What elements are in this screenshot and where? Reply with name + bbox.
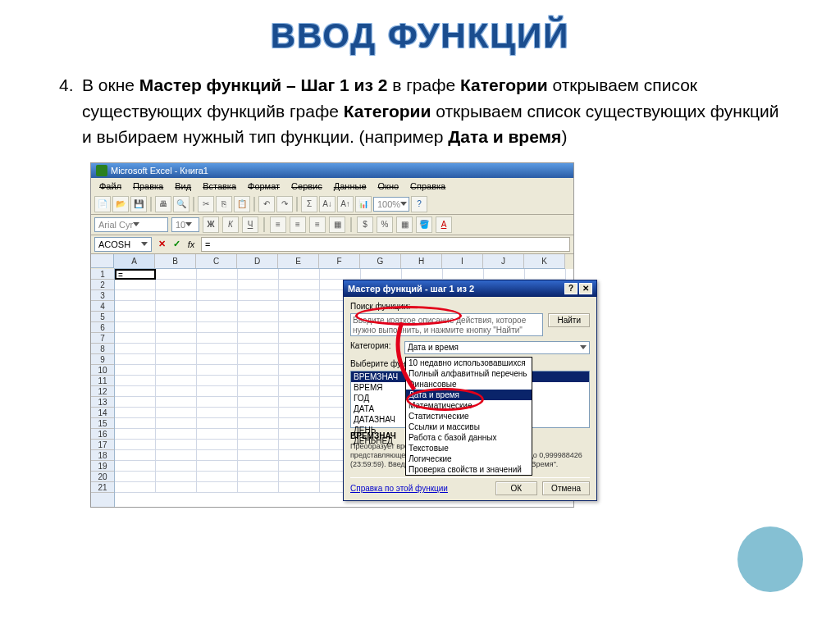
row-header[interactable]: 5 <box>91 312 114 322</box>
underline-icon[interactable]: Ч <box>242 217 258 233</box>
dropdown-item[interactable]: 10 недавно использовавшихся <box>406 358 532 368</box>
borders-icon[interactable]: ▦ <box>396 217 413 233</box>
dropdown-item[interactable]: Текстовые <box>406 443 532 454</box>
row-header[interactable]: 9 <box>91 354 114 365</box>
menu-view[interactable]: Вид <box>170 180 196 193</box>
row-header[interactable]: 13 <box>91 397 114 408</box>
italic-icon[interactable]: К <box>222 217 239 233</box>
row-header[interactable]: 3 <box>91 290 114 301</box>
row-header[interactable]: 16 <box>91 429 114 440</box>
category-dropdown[interactable]: 10 недавно использовавшихся Полный алфав… <box>405 357 532 476</box>
menu-file[interactable]: Файл <box>94 180 126 193</box>
percent-icon[interactable]: % <box>377 217 393 233</box>
col-header[interactable]: B <box>155 254 196 268</box>
find-button[interactable]: Найти <box>548 313 590 327</box>
align-left-icon[interactable]: ≡ <box>270 217 286 233</box>
dropdown-item[interactable]: Работа с базой данных <box>406 432 532 443</box>
col-header[interactable]: I <box>442 254 483 268</box>
font-name-box[interactable]: Arial Cyr <box>94 217 168 232</box>
ok-button[interactable]: ОК <box>495 481 538 495</box>
row-header[interactable]: 15 <box>91 418 114 429</box>
col-header[interactable]: G <box>360 254 401 268</box>
cell-a1[interactable]: = <box>115 269 156 280</box>
row-header[interactable]: 21 <box>91 482 114 493</box>
row-header[interactable]: 1 <box>91 269 114 280</box>
sum-icon[interactable]: Σ <box>301 196 317 212</box>
dropdown-item[interactable]: Математические <box>406 400 532 411</box>
merge-icon[interactable]: ▦ <box>329 217 345 233</box>
dropdown-item[interactable]: Статистические <box>406 411 532 422</box>
col-header[interactable]: J <box>483 254 524 268</box>
menu-help[interactable]: Справка <box>405 180 450 193</box>
dropdown-item[interactable]: Полный алфавитный перечень <box>406 368 532 379</box>
font-size-box[interactable]: 10 <box>171 217 199 232</box>
col-header[interactable]: E <box>278 254 319 268</box>
col-header[interactable]: H <box>401 254 442 268</box>
dropdown-item[interactable]: Логические <box>406 454 532 464</box>
bold-icon[interactable]: Ж <box>203 217 219 233</box>
dropdown-item[interactable]: Финансовые <box>406 379 532 390</box>
sort-desc-icon[interactable]: A↑ <box>337 196 354 212</box>
preview-icon[interactable]: 🔍 <box>173 196 189 212</box>
function-list[interactable]: ВРЕМЗНАЧ ВРЕМЯ ГОД ДАТА ДАТАЗНАЧ ДЕНЬ ДЕ… <box>350 371 590 428</box>
undo-icon[interactable]: ↶ <box>258 196 275 212</box>
dropdown-item[interactable]: Проверка свойств и значений <box>406 464 532 475</box>
fill-color-icon[interactable]: 🪣 <box>416 217 432 233</box>
menu-window[interactable]: Окно <box>373 180 404 193</box>
font-color-icon[interactable]: A <box>436 217 452 233</box>
menu-service[interactable]: Сервис <box>286 180 327 193</box>
select-all-corner[interactable] <box>91 254 114 268</box>
row-header[interactable]: 6 <box>91 322 114 333</box>
name-box[interactable]: ACOSH <box>94 237 152 252</box>
dialog-titlebar[interactable]: Мастер функций - шаг 1 из 2 ? ✕ <box>344 280 596 297</box>
menu-insert[interactable]: Вставка <box>198 180 241 193</box>
menu-data[interactable]: Данные <box>329 180 372 193</box>
search-input[interactable]: Введите краткое описание действия, котор… <box>350 313 543 336</box>
col-header[interactable]: K <box>524 254 565 268</box>
row-header[interactable]: 12 <box>91 386 114 397</box>
row-header[interactable]: 11 <box>91 376 114 386</box>
row-header[interactable]: 2 <box>91 280 114 290</box>
formula-input[interactable]: = <box>201 237 570 252</box>
enter-formula-icon[interactable]: ✓ <box>170 238 183 251</box>
col-header[interactable]: A <box>114 254 155 268</box>
row-header[interactable]: 17 <box>91 440 114 450</box>
paste-icon[interactable]: 📋 <box>234 196 250 212</box>
open-icon[interactable]: 📂 <box>112 196 129 212</box>
row-header[interactable]: 18 <box>91 450 114 461</box>
row-header[interactable]: 10 <box>91 365 114 376</box>
dropdown-item[interactable]: Ссылки и массивы <box>406 422 532 432</box>
cell-grid[interactable]: = document.write(Array.from({length:20},… <box>115 269 573 507</box>
align-center-icon[interactable]: ≡ <box>290 217 306 233</box>
zoom-box[interactable]: 100% <box>373 197 409 212</box>
col-header[interactable]: D <box>237 254 278 268</box>
category-select[interactable]: Дата и время <box>404 341 590 354</box>
help-icon[interactable]: ? <box>411 196 427 212</box>
sort-asc-icon[interactable]: A↓ <box>319 196 336 212</box>
row-header[interactable]: 19 <box>91 461 114 472</box>
row-header[interactable]: 8 <box>91 344 114 354</box>
save-icon[interactable]: 💾 <box>130 196 147 212</box>
menu-format[interactable]: Формат <box>243 180 285 193</box>
new-icon[interactable]: 📄 <box>94 196 111 212</box>
cut-icon[interactable]: ✂ <box>198 196 214 212</box>
help-button-icon[interactable]: ? <box>564 283 578 294</box>
row-header[interactable]: 4 <box>91 301 114 312</box>
cancel-formula-icon[interactable]: ✕ <box>155 238 168 251</box>
copy-icon[interactable]: ⎘ <box>216 196 232 212</box>
align-right-icon[interactable]: ≡ <box>309 217 326 233</box>
redo-icon[interactable]: ↷ <box>276 196 293 212</box>
row-header[interactable]: 14 <box>91 408 114 418</box>
menu-edit[interactable]: Правка <box>128 180 168 193</box>
help-link[interactable]: Справка по этой функции <box>350 484 448 493</box>
row-header[interactable]: 7 <box>91 333 114 344</box>
print-icon[interactable]: 🖶 <box>155 196 171 212</box>
close-icon[interactable]: ✕ <box>579 283 592 294</box>
col-header[interactable]: C <box>196 254 237 268</box>
col-header[interactable]: F <box>319 254 360 268</box>
cancel-button[interactable]: Отмена <box>542 481 590 495</box>
dropdown-item[interactable]: Дата и время <box>406 390 532 400</box>
currency-icon[interactable]: $ <box>357 217 373 233</box>
fx-icon[interactable]: fx <box>185 238 198 251</box>
row-header[interactable]: 20 <box>91 472 114 482</box>
